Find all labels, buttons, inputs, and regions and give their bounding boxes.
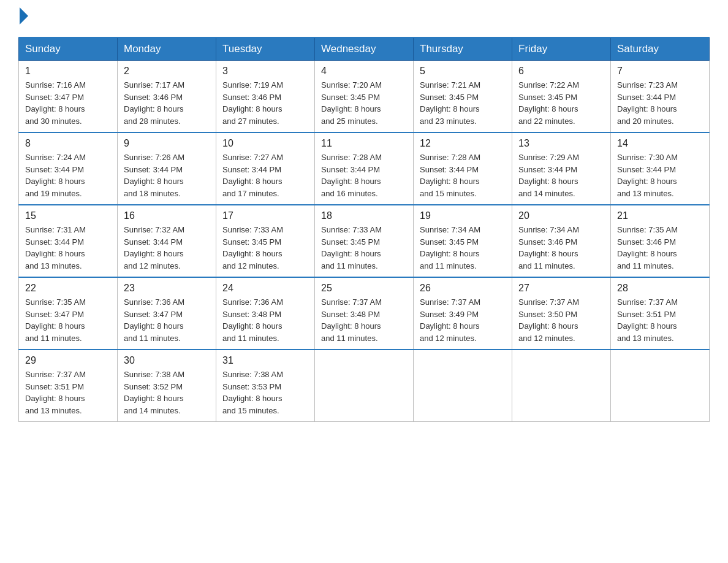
day-info: Sunrise: 7:28 AMSunset: 3:44 PMDaylight:… [420,151,506,199]
day-number: 10 [222,138,308,149]
day-info: Sunrise: 7:33 AMSunset: 3:45 PMDaylight:… [321,224,407,272]
week-row-1: 1Sunrise: 7:16 AMSunset: 3:47 PMDaylight… [19,61,710,133]
day-info: Sunrise: 7:37 AMSunset: 3:51 PMDaylight:… [25,369,111,416]
week-row-3: 15Sunrise: 7:31 AMSunset: 3:44 PMDayligh… [19,205,710,277]
calendar-cell: 31Sunrise: 7:38 AMSunset: 3:53 PMDayligh… [216,350,315,422]
calendar-cell [315,350,414,422]
day-info: Sunrise: 7:21 AMSunset: 3:45 PMDaylight:… [420,79,506,127]
day-info: Sunrise: 7:36 AMSunset: 3:47 PMDaylight:… [124,296,210,344]
day-info: Sunrise: 7:22 AMSunset: 3:45 PMDaylight:… [518,79,604,127]
day-info: Sunrise: 7:27 AMSunset: 3:44 PMDaylight:… [222,151,308,199]
calendar-cell: 19Sunrise: 7:34 AMSunset: 3:45 PMDayligh… [414,205,512,277]
calendar-cell: 23Sunrise: 7:36 AMSunset: 3:47 PMDayligh… [118,277,216,350]
calendar-cell: 28Sunrise: 7:37 AMSunset: 3:51 PMDayligh… [611,277,710,350]
calendar-table: SundayMondayTuesdayWednesdayThursdayFrid… [18,37,710,422]
calendar-cell: 1Sunrise: 7:16 AMSunset: 3:47 PMDaylight… [19,61,118,133]
day-number: 8 [25,138,111,149]
calendar-cell: 12Sunrise: 7:28 AMSunset: 3:44 PMDayligh… [414,132,512,205]
day-info: Sunrise: 7:37 AMSunset: 3:49 PMDaylight:… [420,296,506,344]
calendar-cell [611,350,710,422]
week-row-2: 8Sunrise: 7:24 AMSunset: 3:44 PMDaylight… [19,132,710,205]
day-info: Sunrise: 7:34 AMSunset: 3:45 PMDaylight:… [420,224,506,272]
day-info: Sunrise: 7:34 AMSunset: 3:46 PMDaylight:… [518,224,604,272]
day-info: Sunrise: 7:30 AMSunset: 3:44 PMDaylight:… [617,151,703,199]
header-sunday: Sunday [19,37,118,61]
day-number: 18 [321,210,407,221]
week-row-5: 29Sunrise: 7:37 AMSunset: 3:51 PMDayligh… [19,350,710,422]
calendar-cell: 5Sunrise: 7:21 AMSunset: 3:45 PMDaylight… [414,61,512,133]
day-number: 3 [222,66,308,77]
calendar-cell: 27Sunrise: 7:37 AMSunset: 3:50 PMDayligh… [512,277,611,350]
calendar-cell: 22Sunrise: 7:35 AMSunset: 3:47 PMDayligh… [19,277,118,350]
calendar-cell [414,350,512,422]
day-info: Sunrise: 7:35 AMSunset: 3:47 PMDaylight:… [25,296,111,344]
calendar-cell: 8Sunrise: 7:24 AMSunset: 3:44 PMDaylight… [19,132,118,205]
logo [18,12,28,25]
calendar-cell [512,350,611,422]
day-info: Sunrise: 7:37 AMSunset: 3:51 PMDaylight:… [617,296,703,344]
calendar-cell: 25Sunrise: 7:37 AMSunset: 3:48 PMDayligh… [315,277,414,350]
calendar-cell: 30Sunrise: 7:38 AMSunset: 3:52 PMDayligh… [118,350,216,422]
day-number: 19 [420,210,506,221]
day-number: 20 [518,210,604,221]
header-saturday: Saturday [611,37,710,61]
day-number: 1 [25,66,111,77]
day-number: 9 [124,138,210,149]
calendar-cell: 4Sunrise: 7:20 AMSunset: 3:45 PMDaylight… [315,61,414,133]
day-number: 5 [420,66,506,77]
day-info: Sunrise: 7:36 AMSunset: 3:48 PMDaylight:… [222,296,308,344]
calendar-header-row: SundayMondayTuesdayWednesdayThursdayFrid… [19,37,710,61]
day-number: 31 [222,355,308,366]
day-number: 22 [25,283,111,294]
day-info: Sunrise: 7:33 AMSunset: 3:45 PMDaylight:… [222,224,308,272]
logo-arrow-icon [20,7,28,25]
week-row-4: 22Sunrise: 7:35 AMSunset: 3:47 PMDayligh… [19,277,710,350]
header-thursday: Thursday [414,37,512,61]
day-info: Sunrise: 7:38 AMSunset: 3:52 PMDaylight:… [124,369,210,416]
calendar-cell: 9Sunrise: 7:26 AMSunset: 3:44 PMDaylight… [118,132,216,205]
day-info: Sunrise: 7:37 AMSunset: 3:50 PMDaylight:… [518,296,604,344]
day-number: 27 [518,283,604,294]
day-number: 7 [617,66,703,77]
day-number: 2 [124,66,210,77]
day-number: 24 [222,283,308,294]
day-number: 17 [222,210,308,221]
day-number: 15 [25,210,111,221]
day-number: 4 [321,66,407,77]
page-header [18,12,710,25]
calendar-cell: 13Sunrise: 7:29 AMSunset: 3:44 PMDayligh… [512,132,611,205]
header-monday: Monday [118,37,216,61]
day-number: 6 [518,66,604,77]
day-info: Sunrise: 7:19 AMSunset: 3:46 PMDaylight:… [222,79,308,127]
day-info: Sunrise: 7:16 AMSunset: 3:47 PMDaylight:… [25,79,111,127]
day-info: Sunrise: 7:28 AMSunset: 3:44 PMDaylight:… [321,151,407,199]
day-number: 25 [321,283,407,294]
day-info: Sunrise: 7:32 AMSunset: 3:44 PMDaylight:… [124,224,210,272]
day-number: 13 [518,138,604,149]
header-wednesday: Wednesday [315,37,414,61]
day-info: Sunrise: 7:17 AMSunset: 3:46 PMDaylight:… [124,79,210,127]
calendar-cell: 11Sunrise: 7:28 AMSunset: 3:44 PMDayligh… [315,132,414,205]
calendar-cell: 6Sunrise: 7:22 AMSunset: 3:45 PMDaylight… [512,61,611,133]
calendar-cell: 29Sunrise: 7:37 AMSunset: 3:51 PMDayligh… [19,350,118,422]
day-number: 29 [25,355,111,366]
day-info: Sunrise: 7:20 AMSunset: 3:45 PMDaylight:… [321,79,407,127]
header-tuesday: Tuesday [216,37,315,61]
day-info: Sunrise: 7:31 AMSunset: 3:44 PMDaylight:… [25,224,111,272]
day-number: 12 [420,138,506,149]
calendar-cell: 16Sunrise: 7:32 AMSunset: 3:44 PMDayligh… [118,205,216,277]
calendar-cell: 17Sunrise: 7:33 AMSunset: 3:45 PMDayligh… [216,205,315,277]
calendar-cell: 15Sunrise: 7:31 AMSunset: 3:44 PMDayligh… [19,205,118,277]
day-number: 16 [124,210,210,221]
day-info: Sunrise: 7:26 AMSunset: 3:44 PMDaylight:… [124,151,210,199]
calendar-cell: 7Sunrise: 7:23 AMSunset: 3:44 PMDaylight… [611,61,710,133]
day-info: Sunrise: 7:23 AMSunset: 3:44 PMDaylight:… [617,79,703,127]
day-number: 30 [124,355,210,366]
day-number: 11 [321,138,407,149]
day-number: 28 [617,283,703,294]
header-friday: Friday [512,37,611,61]
calendar-cell: 10Sunrise: 7:27 AMSunset: 3:44 PMDayligh… [216,132,315,205]
day-info: Sunrise: 7:29 AMSunset: 3:44 PMDaylight:… [518,151,604,199]
day-info: Sunrise: 7:38 AMSunset: 3:53 PMDaylight:… [222,369,308,416]
day-number: 14 [617,138,703,149]
